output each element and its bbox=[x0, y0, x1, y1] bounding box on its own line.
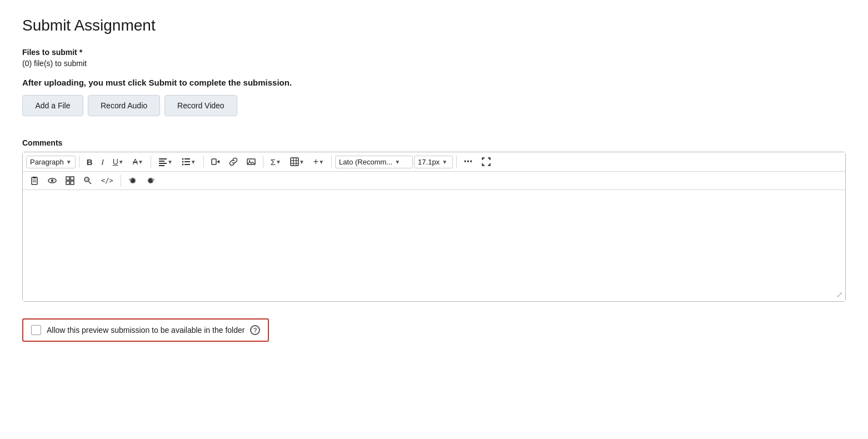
svg-rect-25 bbox=[66, 177, 69, 180]
strikethrough-button[interactable]: A ▼ bbox=[129, 155, 147, 168]
svg-rect-0 bbox=[159, 158, 167, 159]
paste-text-icon bbox=[30, 176, 39, 185]
font-chevron-icon: ▼ bbox=[395, 159, 400, 165]
link-button[interactable] bbox=[225, 155, 242, 168]
toolbar-separator-7 bbox=[121, 174, 121, 187]
underline-chevron-icon: ▼ bbox=[118, 159, 124, 165]
add-file-button[interactable]: Add a File bbox=[22, 95, 83, 116]
svg-rect-27 bbox=[66, 181, 69, 184]
resize-handle: ⤢ bbox=[836, 290, 843, 299]
toolbar-separator-3 bbox=[203, 156, 204, 168]
svg-marker-11 bbox=[217, 160, 220, 163]
show-blocks-icon bbox=[66, 176, 74, 185]
fullscreen-icon bbox=[482, 157, 491, 166]
page-title: Submit Assignment bbox=[22, 17, 846, 34]
paragraph-style-select[interactable]: Paragraph ▼ bbox=[26, 156, 76, 168]
toolbar-separator-2 bbox=[151, 156, 151, 168]
redo-icon bbox=[146, 176, 155, 185]
comments-label: Comments bbox=[22, 138, 846, 147]
image-icon bbox=[247, 157, 256, 166]
editor-content-area[interactable]: ⤢ bbox=[23, 190, 845, 301]
paragraph-chevron-icon: ▼ bbox=[66, 159, 72, 165]
show-blocks-button[interactable] bbox=[62, 174, 78, 187]
strikethrough-label: A bbox=[133, 157, 138, 166]
formula-chevron-icon: ▼ bbox=[276, 159, 281, 165]
toolbar-separator-6 bbox=[456, 156, 457, 168]
fullscreen-button[interactable] bbox=[478, 155, 495, 168]
record-video-button[interactable]: Record Video bbox=[164, 95, 237, 116]
undo-icon bbox=[128, 176, 137, 185]
toolbar-row1: Paragraph ▼ B I U ▼ A ▼ ▼ ▼ bbox=[23, 152, 845, 172]
svg-rect-26 bbox=[71, 177, 74, 180]
toolbar-row2: 123 </> bbox=[23, 172, 845, 190]
formula-button[interactable]: Σ ▼ bbox=[267, 155, 285, 169]
link-icon bbox=[229, 157, 238, 166]
files-count: (0) file(s) to submit bbox=[22, 59, 846, 68]
align-icon bbox=[158, 157, 167, 166]
bold-button[interactable]: B bbox=[83, 155, 97, 169]
align-chevron-icon: ▼ bbox=[167, 159, 173, 165]
upload-notice: After uploading, you must click Submit t… bbox=[22, 78, 846, 87]
svg-rect-7 bbox=[184, 161, 190, 162]
insert-button[interactable]: + ▼ bbox=[310, 154, 328, 169]
underline-label: U bbox=[113, 157, 118, 166]
find-replace-button[interactable]: 123 bbox=[79, 174, 96, 187]
preview-submission-checkbox-container: Allow this preview submission to be avai… bbox=[22, 318, 269, 342]
paragraph-style-label: Paragraph bbox=[30, 158, 64, 166]
svg-point-6 bbox=[182, 161, 183, 163]
record-audio-button[interactable]: Record Audio bbox=[88, 95, 160, 116]
preview-submission-label: Allow this preview submission to be avai… bbox=[47, 326, 245, 335]
more-options-button[interactable]: ••• bbox=[460, 156, 477, 168]
action-buttons-row: Add a File Record Audio Record Video bbox=[22, 95, 846, 116]
sigma-icon: Σ bbox=[271, 157, 276, 167]
source-code-icon: </> bbox=[101, 177, 113, 184]
comments-editor: Paragraph ▼ B I U ▼ A ▼ ▼ ▼ bbox=[22, 152, 846, 302]
svg-rect-1 bbox=[159, 161, 164, 162]
paste-text-button[interactable] bbox=[26, 174, 43, 187]
svg-rect-10 bbox=[212, 159, 216, 164]
toolbar-separator bbox=[79, 156, 79, 168]
plus-icon: + bbox=[313, 157, 318, 167]
image-button[interactable] bbox=[243, 155, 260, 168]
svg-rect-3 bbox=[159, 165, 164, 166]
svg-point-13 bbox=[249, 160, 250, 161]
strikethrough-chevron-icon: ▼ bbox=[138, 159, 143, 165]
source-code-button[interactable]: </> bbox=[97, 174, 117, 187]
more-options-icon: ••• bbox=[464, 158, 473, 166]
list-button[interactable]: ▼ bbox=[178, 155, 200, 168]
svg-rect-28 bbox=[71, 181, 74, 184]
svg-point-4 bbox=[182, 158, 183, 160]
undo-button[interactable] bbox=[124, 174, 141, 187]
table-button[interactable]: ▼ bbox=[286, 155, 308, 168]
svg-rect-5 bbox=[184, 158, 190, 159]
svg-rect-14 bbox=[291, 158, 298, 166]
list-icon bbox=[182, 157, 191, 166]
table-icon bbox=[290, 157, 299, 166]
svg-rect-2 bbox=[159, 163, 167, 164]
table-chevron-icon: ▼ bbox=[299, 159, 305, 165]
underline-button[interactable]: U ▼ bbox=[109, 155, 128, 168]
svg-rect-9 bbox=[184, 164, 190, 165]
help-icon[interactable]: ? bbox=[250, 325, 260, 335]
media-embed-button[interactable] bbox=[207, 155, 224, 168]
toolbar-separator-4 bbox=[263, 156, 263, 168]
svg-point-8 bbox=[182, 164, 183, 166]
font-family-select[interactable]: Lato (Recomm... ▼ bbox=[335, 156, 413, 168]
media-embed-icon bbox=[211, 157, 220, 166]
font-size-select[interactable]: 17.1px ▼ bbox=[414, 156, 453, 168]
list-chevron-icon: ▼ bbox=[191, 159, 196, 165]
preview-submission-checkbox[interactable] bbox=[31, 325, 41, 335]
svg-rect-20 bbox=[33, 177, 36, 178]
find-replace-icon: 123 bbox=[83, 176, 92, 185]
svg-line-30 bbox=[89, 182, 92, 184]
insert-chevron-icon: ▼ bbox=[318, 159, 324, 165]
toolbar-separator-5 bbox=[331, 156, 332, 168]
svg-text:123: 123 bbox=[85, 178, 90, 181]
align-button[interactable]: ▼ bbox=[154, 155, 177, 168]
preview-button[interactable] bbox=[44, 174, 61, 187]
redo-button[interactable] bbox=[142, 174, 159, 187]
eye-icon bbox=[48, 176, 57, 185]
size-chevron-icon: ▼ bbox=[442, 159, 447, 165]
font-family-label: Lato (Recomm... bbox=[339, 158, 392, 166]
italic-button[interactable]: I bbox=[97, 155, 107, 169]
